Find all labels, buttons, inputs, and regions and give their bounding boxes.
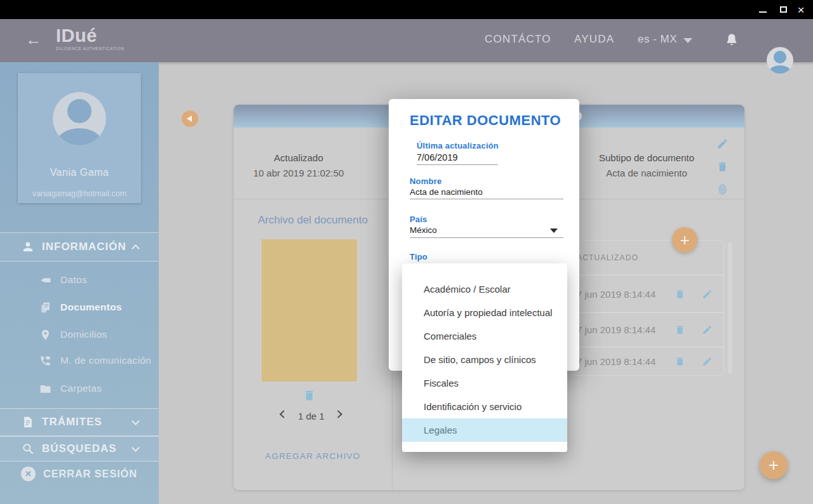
window-titlebar: × — [0, 0, 813, 19]
prev-page-button[interactable] — [279, 410, 288, 418]
input-underline — [417, 164, 498, 165]
logout-button[interactable]: ✕ CERRAR SESIÓN — [0, 461, 159, 486]
location-pin-icon — [39, 329, 51, 341]
updated-info: Actualizado 10 abr 2019 21:02:50 — [245, 152, 353, 178]
row-delete-button[interactable] — [675, 324, 685, 335]
language-selector[interactable]: es - MX — [638, 33, 692, 46]
search-icon — [22, 442, 34, 455]
sidebar-section-tramites[interactable]: TRÁMITES — [0, 408, 159, 436]
nav-contact-link[interactable]: CONTÁCTO — [485, 33, 551, 46]
sidebar-section-label: INFORMACIÓN — [42, 241, 126, 253]
minimize-button[interactable] — [753, 0, 772, 19]
nav-help-link[interactable]: AYUDA — [574, 33, 614, 46]
chevron-down-icon — [683, 38, 692, 43]
back-button[interactable]: ← — [25, 30, 41, 49]
pencil-icon — [702, 324, 713, 335]
add-history-button[interactable]: + — [672, 227, 697, 253]
type-dropdown: Académico / Escolar Autoría y propiedad … — [402, 263, 567, 452]
delete-file-button[interactable] — [303, 389, 316, 402]
dropdown-option[interactable]: Comerciales — [402, 324, 567, 348]
add-document-button[interactable]: + — [760, 451, 788, 479]
close-button[interactable]: × — [791, 0, 810, 19]
table-column-header: ACTUALIZADO — [572, 241, 723, 275]
folder-icon — [39, 383, 51, 395]
delete-document-button[interactable] — [716, 161, 729, 173]
dropdown-option[interactable]: Autoría y propiedad intelectual — [402, 301, 567, 324]
fingerprint-button[interactable] — [716, 183, 729, 196]
sidebar-item-documentos[interactable]: Documentos — [0, 295, 159, 319]
sidebar-item-carpetas[interactable]: Carpetas — [0, 376, 159, 401]
subtype-info: Subtipo de documento Acta de nacimiento — [583, 152, 710, 178]
country-label: País — [410, 215, 427, 224]
pencil-icon — [702, 289, 713, 300]
dropdown-option[interactable]: Académico / Escolar — [402, 277, 567, 301]
profile-avatar — [53, 92, 106, 145]
row-delete-button[interactable] — [675, 289, 685, 300]
app-window: × ← IDué DILIGENCE AUTHENTICATION CONTÁC… — [0, 0, 813, 504]
input-underline — [410, 199, 563, 199]
minimize-icon — [759, 11, 767, 13]
profile-name: Vania Gama — [18, 167, 141, 178]
back-arrow-icon: ← — [25, 30, 41, 48]
select-caret-icon[interactable] — [550, 229, 558, 233]
notifications-button[interactable] — [724, 32, 739, 48]
sidebar-section-informacion[interactable]: INFORMACIÓN — [0, 232, 159, 262]
triangle-left-icon — [187, 116, 192, 122]
person-icon — [22, 241, 34, 253]
table-scrollbar[interactable] — [728, 242, 732, 373]
dropdown-option-selected[interactable]: Legales — [402, 418, 567, 442]
profile-card: Vania Gama vaniagamag@hotmail.com — [18, 73, 141, 203]
row-date: 7 jun 2019 8:14:44 — [577, 324, 675, 335]
modal-title: EDITAR DOCUMENTO — [410, 112, 561, 129]
document-actions — [716, 138, 729, 196]
sidebar-item-label: Domicilios — [60, 329, 107, 340]
sidebar-item-domicilios[interactable]: Domicilios — [0, 322, 159, 347]
add-file-button[interactable]: AGREGAR ARCHIVO — [234, 451, 392, 461]
dropdown-option[interactable]: Fiscales — [402, 371, 567, 395]
subtype-value: Acta de nacimiento — [583, 168, 710, 178]
sidebar-item-label: Datos — [60, 274, 87, 286]
language-label: es - MX — [638, 33, 677, 46]
last-update-input[interactable]: 7/06/2019 — [417, 152, 458, 162]
table-row: 7 jun 2019 8:14:44 — [572, 313, 723, 347]
collapse-sidebar-button[interactable] — [182, 110, 198, 127]
table-row: 7 jun 2019 8:14:44 — [572, 347, 723, 376]
pencil-icon — [702, 356, 713, 367]
row-edit-button[interactable] — [702, 324, 713, 335]
sidebar-item-label: Carpetas — [60, 383, 102, 394]
edit-document-button[interactable] — [716, 138, 729, 150]
sidebar-item-comunicacion[interactable]: M. de comunicación — [0, 348, 159, 373]
maximize-button[interactable] — [774, 0, 793, 19]
avatar-head-icon — [774, 51, 786, 63]
dropdown-option[interactable]: Identificación y servicio — [402, 395, 567, 418]
close-circle-icon: ✕ — [21, 467, 36, 481]
avatar-body-icon — [769, 65, 791, 74]
logo-title: IDué — [56, 26, 124, 46]
avatar-head-icon — [67, 99, 91, 123]
row-edit-button[interactable] — [702, 356, 713, 367]
profile-email: vaniagamag@hotmail.com — [18, 189, 141, 198]
row-delete-button[interactable] — [675, 356, 685, 367]
subtype-label: Subtipo de documento — [583, 152, 710, 163]
name-input[interactable]: Acta de nacimiento — [410, 187, 483, 197]
sidebar-section-busquedas[interactable]: BÚSQUEDAS — [0, 436, 159, 461]
row-date: 7 jun 2019 8:14:44 — [577, 356, 675, 367]
row-edit-button[interactable] — [702, 289, 713, 300]
documents-icon — [39, 302, 51, 314]
country-select[interactable]: México — [410, 225, 437, 235]
avatar[interactable] — [767, 47, 793, 74]
dropdown-option[interactable]: De sitio, campos y clínicos — [402, 348, 567, 371]
avatar-body-icon — [57, 128, 102, 145]
trash-icon — [716, 161, 729, 173]
sidebar-item-datos[interactable]: Datos — [0, 268, 159, 292]
updated-value: 10 abr 2019 21:02:50 — [245, 168, 353, 178]
sidebar-section-label: TRÁMITES — [42, 416, 102, 428]
name-label: Nombre — [410, 176, 441, 186]
app-header: ← IDué DILIGENCE AUTHENTICATION CONTÁCTO… — [0, 19, 813, 62]
document-preview[interactable] — [262, 239, 357, 381]
app-logo: IDué DILIGENCE AUTHENTICATION — [56, 26, 124, 51]
next-page-button[interactable] — [334, 410, 342, 418]
input-underline — [410, 237, 563, 238]
file-section-heading: Archivo del documento — [234, 214, 392, 227]
last-update-label: Última actualización — [417, 141, 499, 150]
